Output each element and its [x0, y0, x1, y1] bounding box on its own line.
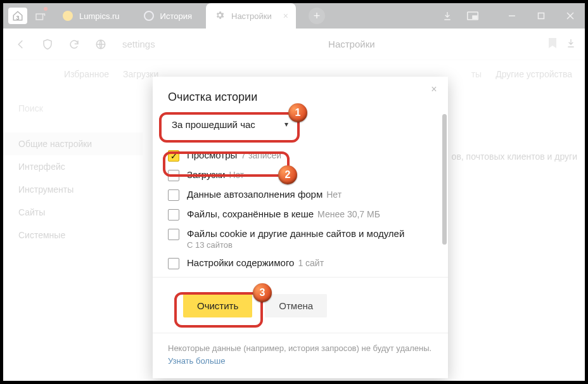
reload-button[interactable]: [65, 35, 83, 53]
shield-icon[interactable]: [39, 35, 56, 53]
background-text-fragment: ов, почтовых клиентов и други: [452, 151, 577, 162]
download-icon[interactable]: [566, 37, 576, 51]
sidebar-item-interface[interactable]: Интерфейс: [3, 155, 143, 178]
settings-sidebar: Поиск Общие настройки Интерфейс Инструме…: [3, 88, 143, 381]
back-button[interactable]: [12, 35, 30, 53]
bookmark-icon[interactable]: [548, 37, 557, 51]
checkbox-icon[interactable]: [168, 170, 179, 181]
option-views[interactable]: Просмотры7 записей: [168, 146, 433, 165]
chevron-down-icon: ▾: [284, 120, 288, 129]
time-range-label: За прошедший час: [172, 119, 255, 130]
callout-badge-2: 2: [278, 165, 297, 184]
callout-badge-3: 3: [253, 283, 272, 302]
sidebar-item-system[interactable]: Системные: [3, 224, 143, 246]
favicon-icon: [63, 11, 73, 21]
tabs-count: 3: [16, 15, 19, 21]
dialog-footnote: Некоторые данные (например, история запр…: [153, 333, 448, 378]
subtab-other-devices[interactable]: Другие устройства: [495, 69, 572, 79]
address-bar: settings Настройки: [3, 29, 585, 60]
svg-rect-4: [539, 13, 544, 19]
tabs-overview-button[interactable]: 3: [8, 8, 27, 24]
dialog-title: Очистка истории: [168, 91, 433, 104]
new-tab-button[interactable]: +: [309, 8, 325, 24]
window-maximize-button[interactable]: [527, 3, 556, 29]
tab-history[interactable]: История: [134, 11, 202, 21]
dialog-close-button[interactable]: ×: [428, 83, 440, 96]
sidebar-search[interactable]: Поиск: [3, 96, 143, 121]
download-indicator-icon[interactable]: [437, 3, 458, 29]
callout-badge-1: 1: [288, 103, 307, 122]
checkbox-icon[interactable]: [168, 209, 179, 221]
window-titlebar: 3 Lumpics.ru История Настройки × +: [3, 3, 585, 29]
checkbox-icon[interactable]: [168, 229, 179, 240]
window-close-button[interactable]: [556, 3, 585, 29]
site-identity-icon[interactable]: [92, 35, 110, 53]
tab-label: История: [160, 11, 192, 21]
cancel-button[interactable]: Отмена: [265, 294, 327, 317]
sidebar-item-general[interactable]: Общие настройки: [3, 132, 143, 155]
subtab-favorites[interactable]: Избранное: [64, 69, 109, 79]
option-downloads[interactable]: ЗагрузкиНет: [168, 165, 433, 185]
url-text[interactable]: settings: [118, 39, 155, 49]
option-cookies[interactable]: Файлы cookie и другие данные сайтов и мо…: [168, 224, 433, 253]
subtab-fragment[interactable]: ты: [471, 69, 482, 79]
dialog-scrollbar[interactable]: [442, 114, 447, 245]
clear-button[interactable]: Очистить: [183, 294, 252, 317]
tab-lumpics[interactable]: Lumpics.ru: [53, 11, 130, 21]
option-content-settings[interactable]: Настройки содержимого1 сайт: [168, 253, 433, 273]
pip-icon[interactable]: [462, 3, 483, 29]
close-tab-icon[interactable]: ×: [283, 11, 288, 21]
checkbox-icon[interactable]: [168, 150, 179, 162]
page-title: Настройки: [164, 39, 539, 49]
checkbox-icon[interactable]: [168, 189, 179, 201]
window-minimize-button[interactable]: [497, 3, 527, 29]
svg-rect-0: [36, 14, 43, 20]
panel-toggle-icon[interactable]: [31, 7, 49, 25]
option-cache[interactable]: Файлы, сохранённые в кешеМенее 30,7 МБ: [168, 205, 433, 224]
svg-rect-2: [473, 16, 477, 19]
history-icon: [144, 11, 154, 21]
option-autofill[interactable]: Данные автозаполнения формНет: [168, 185, 433, 205]
tab-label: Lumpics.ru: [79, 11, 120, 21]
sidebar-item-tools[interactable]: Инструменты: [3, 178, 143, 201]
tab-label: Настройки: [231, 11, 272, 21]
sidebar-item-sites[interactable]: Сайты: [3, 201, 143, 224]
learn-more-link[interactable]: Узнать больше: [168, 356, 225, 366]
checkbox-icon[interactable]: [168, 258, 179, 269]
gear-icon: [215, 10, 225, 22]
tab-settings-active[interactable]: Настройки ×: [206, 3, 296, 29]
